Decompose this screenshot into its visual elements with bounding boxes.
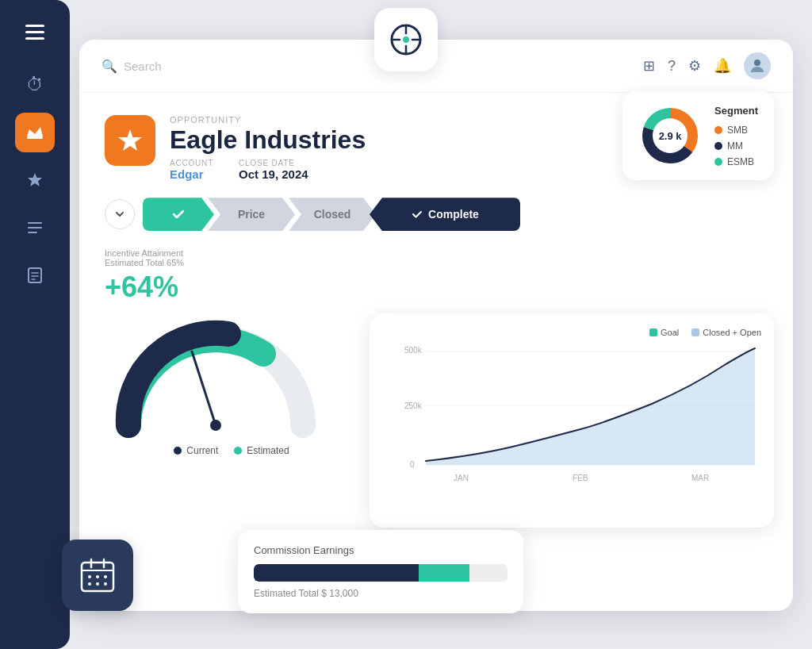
calendar-card[interactable] xyxy=(62,540,133,611)
esmb-dot xyxy=(714,158,722,166)
svg-rect-9 xyxy=(28,232,37,233)
stage-complete-label: Complete xyxy=(428,208,479,221)
incentive-pct: +64% xyxy=(105,271,358,304)
account-meta: ACCOUNT Edgar xyxy=(170,159,213,182)
closed-open-label: Closed + Open xyxy=(703,328,761,337)
commission-total: Estimated Total $ 13,000 xyxy=(254,588,508,599)
gauge-legend-estimated: Estimated xyxy=(234,445,289,456)
svg-point-14 xyxy=(754,60,760,66)
svg-point-39 xyxy=(104,582,107,586)
incentive-label: Incentive Attainment Estimated Total 65% xyxy=(105,248,358,267)
stage-price-label: Price xyxy=(238,208,265,221)
settings-icon[interactable]: ⚙ xyxy=(688,57,701,75)
svg-point-38 xyxy=(96,582,99,586)
segment-mm: MM xyxy=(714,140,758,152)
esmb-label: ESMB xyxy=(727,156,754,167)
svg-rect-8 xyxy=(28,227,42,228)
sidebar-item-star[interactable] xyxy=(15,160,55,200)
account-label: ACCOUNT xyxy=(170,159,213,167)
gauge-container xyxy=(105,310,327,437)
commission-title: Commission Earnings xyxy=(254,544,508,556)
segment-title: Segment xyxy=(714,105,758,117)
commission-bar-dark xyxy=(254,564,419,582)
segment-smb: SMB xyxy=(714,125,758,136)
commission-bar-teal xyxy=(419,564,469,582)
help-icon[interactable]: ? xyxy=(668,58,676,75)
chart-svg: 500k 250k 0 JAN FEB MAR xyxy=(382,342,759,513)
smb-dot xyxy=(714,126,722,134)
account-value[interactable]: Edgar xyxy=(170,167,204,181)
segment-legend: Segment SMB MM ESMB xyxy=(714,105,758,167)
legend-goal: Goal xyxy=(649,328,679,337)
sidebar-item-tasks[interactable] xyxy=(15,208,55,248)
donut-label: 2.9 k xyxy=(659,130,682,142)
close-date-meta: CLOSE DATE Oct 19, 2024 xyxy=(239,159,308,182)
goal-label: Goal xyxy=(661,328,679,337)
commission-bar xyxy=(254,564,508,582)
estimated-label: Estimated xyxy=(247,445,289,456)
svg-point-37 xyxy=(88,582,91,586)
svg-text:MAR: MAR xyxy=(691,474,709,482)
avatar[interactable] xyxy=(744,52,771,79)
mm-dot xyxy=(714,142,722,150)
stage-bar: Price Closed Complete xyxy=(105,198,768,231)
bell-icon[interactable]: 🔔 xyxy=(714,57,731,75)
search-area: 🔍 Search xyxy=(102,59,632,74)
opp-label: OPPORTUNITY xyxy=(170,115,672,125)
topbar-icons: ⊞ ? ⚙ 🔔 xyxy=(643,52,771,79)
menu-icon[interactable] xyxy=(17,14,52,49)
svg-rect-6 xyxy=(27,136,43,139)
svg-point-36 xyxy=(104,575,107,578)
opp-meta: ACCOUNT Edgar CLOSE DATE Oct 19, 2024 xyxy=(170,159,672,182)
gauge-legend: Current Estimated xyxy=(105,445,358,456)
stage-step-price[interactable]: Price xyxy=(208,198,295,231)
svg-text:500k: 500k xyxy=(404,346,423,355)
svg-text:JAN: JAN xyxy=(454,474,469,482)
closed-open-dot xyxy=(691,328,699,336)
svg-text:250k: 250k xyxy=(404,401,423,410)
svg-point-35 xyxy=(96,575,99,578)
sidebar-item-clock[interactable]: ⏱ xyxy=(15,65,55,105)
search-icon: 🔍 xyxy=(102,59,117,74)
legend-closed-open: Closed + Open xyxy=(691,328,761,337)
opp-info: OPPORTUNITY Eagle Industries ACCOUNT Edg… xyxy=(170,115,672,182)
svg-point-34 xyxy=(88,575,91,578)
float-compass-icon xyxy=(374,8,438,71)
search-placeholder[interactable]: Search xyxy=(124,60,162,73)
current-dot xyxy=(174,447,182,455)
segment-esmb: ESMB xyxy=(714,156,758,167)
svg-rect-10 xyxy=(29,268,41,282)
grid-icon[interactable]: ⊞ xyxy=(643,57,655,75)
goal-dot xyxy=(649,328,657,336)
estimated-dot xyxy=(234,447,242,455)
stage-closed-label: Closed xyxy=(314,208,351,221)
opp-icon xyxy=(105,115,155,166)
svg-text:FEB: FEB xyxy=(573,474,588,482)
sidebar: ⏱ xyxy=(0,0,70,649)
sidebar-item-crown[interactable] xyxy=(15,113,55,152)
svg-point-1 xyxy=(403,36,409,43)
svg-point-16 xyxy=(210,420,221,431)
commission-card: Commission Earnings Estimated Total $ 13… xyxy=(238,530,523,613)
stage-step-closed[interactable]: Closed xyxy=(289,198,376,231)
stage-step-complete[interactable]: Complete xyxy=(370,198,520,231)
segment-card: 2.9 k Segment SMB MM ESMB xyxy=(622,91,774,180)
opp-title: Eagle Industries xyxy=(170,126,672,154)
incentive-sublabel: Estimated Total 65% xyxy=(105,258,184,267)
smb-label: SMB xyxy=(727,125,748,136)
mm-label: MM xyxy=(727,140,743,152)
sidebar-item-notes[interactable] xyxy=(15,255,55,295)
stage-step-done[interactable] xyxy=(143,198,214,231)
stage-collapse-button[interactable] xyxy=(105,199,135,229)
incentive-label-text: Incentive Attainment xyxy=(105,248,183,258)
close-date-value: Oct 19, 2024 xyxy=(239,167,308,181)
current-label: Current xyxy=(186,445,218,456)
chart-legend: Goal Closed + Open xyxy=(382,328,761,337)
svg-text:0: 0 xyxy=(410,460,415,469)
gauge-legend-current: Current xyxy=(174,445,218,456)
donut-chart: 2.9 k xyxy=(638,104,702,167)
chart-card: Goal Closed + Open 500k 250k 0 JAN FEB M… xyxy=(370,313,774,528)
svg-rect-7 xyxy=(28,222,42,224)
svg-line-15 xyxy=(192,351,216,425)
close-date-label: CLOSE DATE xyxy=(239,159,308,167)
